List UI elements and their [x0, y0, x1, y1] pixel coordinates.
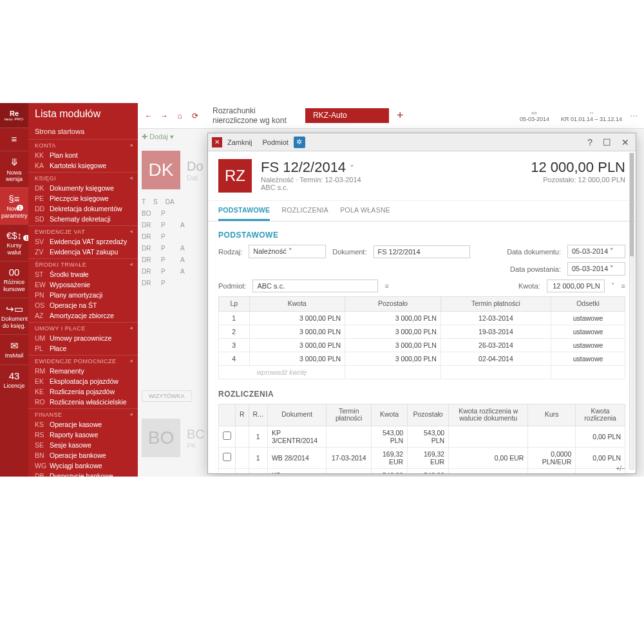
maximize-icon[interactable]: ☐	[600, 137, 614, 147]
module-item[interactable]: EWWyposażenie	[28, 279, 138, 290]
table-row[interactable]: 43 000,00 PLN3 000,00 PLN02-04-2014ustaw…	[219, 352, 625, 365]
module-item[interactable]: KKPlan kont	[28, 150, 138, 160]
module-item[interactable]: BNOperacje bankowe	[28, 450, 138, 460]
dialog-header: ✕ Zamknij Podmiot ✲ ? ☐ ✕	[208, 133, 636, 151]
module-item[interactable]: SDSchematy dekretacji	[28, 214, 138, 224]
module-group[interactable]: KONTA	[28, 139, 138, 150]
dokument-input[interactable]: FS 12/2/2014	[374, 245, 470, 258]
rail-item[interactable]: 43Licencje	[0, 365, 28, 395]
rail-item[interactable]: €$↕Kursy walut1	[0, 224, 28, 261]
data-pow-label: Data powstania:	[510, 265, 561, 273]
nav-fwd-icon[interactable]: →	[158, 111, 170, 120]
module-item[interactable]: RSRaporty kasowe	[28, 430, 138, 440]
module-group[interactable]: EWIDENCJE VAT	[28, 225, 138, 236]
table-row[interactable]: 23 000,00 PLN3 000,00 PLN19-03-2014ustaw…	[219, 325, 625, 338]
kwota-input[interactable]: 12 000,00 PLN	[547, 279, 605, 292]
tab-podstawowe[interactable]: PODSTAWOWE	[218, 201, 270, 221]
tab-rozrachunki[interactable]: Rozrachunki nierozliczone wg kont	[205, 104, 301, 128]
table-row[interactable]: 33 000,00 PLN3 000,00 PLN26-03-2014ustaw…	[219, 338, 625, 352]
date-control-2[interactable]: ↔KR 01.01.14 – 31.12.14	[557, 109, 626, 122]
doc-title[interactable]: FS 12/2/2014 ˅	[261, 159, 361, 176]
dialog-close-icon[interactable]: ✕	[619, 137, 632, 147]
module-item[interactable]: AZAmortyzacje zbiorcze	[28, 310, 138, 321]
section-rozliczenia-title: ROZLICZENIA	[218, 390, 625, 399]
rail-item[interactable]: §≡Nowe parametry1	[0, 187, 28, 224]
table-row[interactable]: 13 000,00 PLN3 000,00 PLN12-03-2014ustaw…	[219, 311, 625, 325]
tab-add-icon[interactable]: +	[393, 109, 408, 122]
kwota-dropdown-icon[interactable]: ˅	[611, 282, 615, 290]
table-row[interactable]: 1WB 28/201417-03-2014169,32 EUR169,32 EU…	[219, 447, 625, 468]
rodzaj-select[interactable]: Należność	[249, 245, 326, 258]
rail-item[interactable]: 00Różnice kursowe	[0, 261, 28, 298]
close-icon[interactable]: ✕	[212, 137, 222, 147]
podmiot-label[interactable]: Podmiot	[263, 138, 289, 146]
module-group[interactable]: EWIDENCJE POMOCNICZE	[28, 355, 138, 366]
module-item[interactable]: WGWyciągi bankowe	[28, 460, 138, 471]
module-item[interactable]: SVEwidencja VAT sprzedaży	[28, 236, 138, 247]
more-icon[interactable]: ⋯	[630, 111, 639, 120]
dialog-body: PODSTAWOWE Rodzaj: Należność Dokument: F…	[208, 222, 636, 473]
module-item[interactable]: PNPlany amortyzacji	[28, 290, 138, 300]
module-item[interactable]: EKEksploatacja pojazdów	[28, 376, 138, 386]
nav-refresh-icon[interactable]: ⟳	[189, 111, 201, 120]
section-podstawowe-title: PODSTAWOWE	[218, 231, 625, 240]
dialog-rozrachunek: ✕ Zamknij Podmiot ✲ ? ☐ ✕ RZ FS 12/2/201…	[207, 133, 636, 474]
module-list-title: Lista modułów	[28, 103, 138, 125]
amount-remaining: Pozostało: 12 000,00 PLN	[531, 176, 625, 184]
gear-icon[interactable]: ✲	[294, 137, 305, 148]
module-group[interactable]: UMOWY I PŁACE	[28, 322, 138, 333]
podmiot-field-label: Podmiot:	[218, 282, 246, 290]
module-item[interactable]: KERozliczenia pojazdów	[28, 386, 138, 397]
doc-subtitle-1: Należność · Termin: 12-03-2014	[261, 176, 361, 184]
module-item[interactable]: DKDokumenty księgowe	[28, 183, 138, 193]
tab-rkz-auto[interactable]: RKZ-Auto	[305, 108, 389, 122]
data-pow-input[interactable]: 05-03-2014	[567, 262, 625, 276]
start-page-link[interactable]: Strona startowa	[28, 125, 138, 138]
settlements-table: RR...DokumentTermin płatnościKwotaPozost…	[218, 404, 625, 473]
module-item[interactable]: KSOperacje kasowe	[28, 419, 138, 430]
plus-minus-control[interactable]: +/−	[616, 465, 625, 472]
module-item[interactable]: STŚrodki trwałe	[28, 269, 138, 279]
table-row[interactable]: 1KP 3/CENTR/2014543,00 PLN543,00 PLN0,00…	[219, 426, 625, 447]
add-button[interactable]: Dodaj	[149, 133, 168, 140]
rail-item[interactable]: ↪▭Dokument do księg.1	[0, 298, 28, 334]
nav-back-icon[interactable]: ←	[143, 111, 155, 120]
module-item[interactable]: DBDyspozycje bankowe	[28, 471, 138, 477]
podmiot-menu-icon[interactable]: ≡	[384, 282, 388, 290]
table-row[interactable]: 2KP 3/CENTR/2014543,00 PLN543,00 PLN0,00…	[219, 468, 625, 473]
rail-hamburger[interactable]: ≡	[0, 128, 28, 151]
dialog-title-area: RZ FS 12/2/2014 ˅ Należność · Termin: 12…	[208, 151, 636, 201]
module-item[interactable]: RORozliczenia właścicielskie	[28, 397, 138, 407]
date-control-1[interactable]: ▭05-03-2014	[516, 109, 553, 122]
tab-rozliczenia[interactable]: ROZLICZENIA	[281, 201, 328, 221]
chevron-down-icon: ˅	[350, 164, 354, 174]
row-checkbox[interactable]	[223, 453, 231, 461]
module-item[interactable]: PLPłace	[28, 343, 138, 354]
podmiot-input[interactable]: ABC s.c.	[252, 279, 378, 292]
doc-subtitle-2: ABC s.c.	[261, 184, 361, 191]
nav-home-icon[interactable]: ⌂	[174, 111, 185, 120]
module-group[interactable]: ŚRODKI TRWAŁE	[28, 258, 138, 269]
module-item[interactable]: SESesje kasowe	[28, 440, 138, 450]
rail-item[interactable]: ✉InsMail	[0, 334, 28, 365]
module-item[interactable]: UMUmowy pracownicze	[28, 333, 138, 343]
tab-pola-wlasne[interactable]: POLA WŁASNE	[340, 201, 390, 221]
module-group[interactable]: KSIĘGI	[28, 172, 138, 183]
module-item[interactable]: KAKartoteki księgowe	[28, 160, 138, 171]
rail-item[interactable]: ⤋Nowa wersja	[0, 151, 28, 187]
module-group[interactable]: FINANSE	[28, 408, 138, 419]
data-dok-input[interactable]: 05-03-2014	[567, 245, 625, 258]
help-icon[interactable]: ?	[585, 137, 595, 147]
app-window: Renexo ·PRO· ≡ ⤋Nowa wersja§≡Nowe parame…	[0, 103, 644, 477]
logo: Renexo ·PRO·	[0, 103, 28, 128]
module-item[interactable]: PEPieczęcie księgowe	[28, 193, 138, 204]
close-label[interactable]: Zamknij	[227, 138, 252, 146]
module-item[interactable]: DDDekretacja dokumentów	[28, 204, 138, 214]
main-area: ← → ⌂ ⟳ Rozrachunki nierozliczone wg kon…	[138, 103, 644, 477]
module-item[interactable]: ZVEwidencja VAT zakupu	[28, 247, 138, 257]
module-item[interactable]: OSOperacje na ŚT	[28, 300, 138, 310]
row-checkbox[interactable]	[223, 431, 231, 440]
module-item[interactable]: RMRemanenty	[28, 366, 138, 376]
kwota-menu-icon[interactable]: ≡	[621, 282, 625, 290]
dialog-scrollbar[interactable]	[629, 153, 634, 469]
